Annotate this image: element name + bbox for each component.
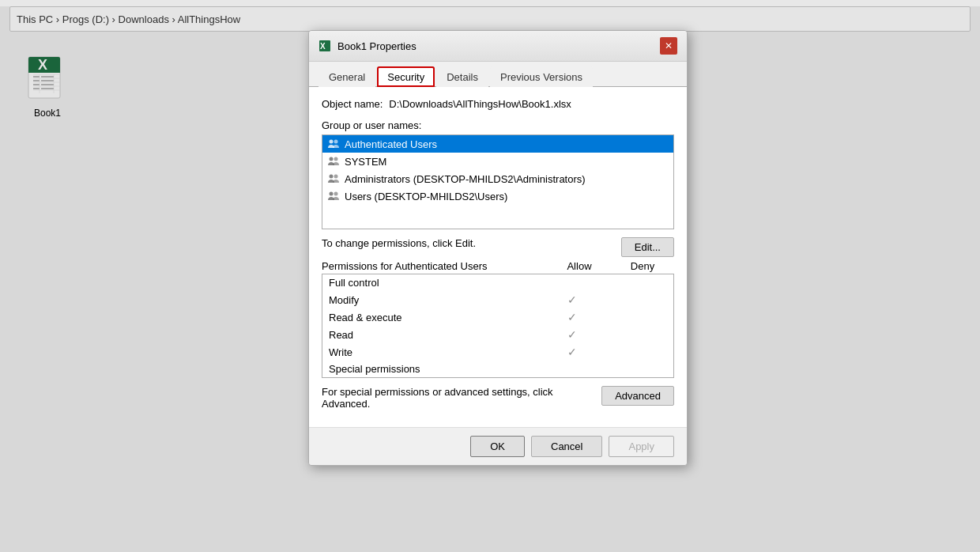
- perm-allow-1: [541, 293, 604, 306]
- object-name-value: D:\Downloads\AllThingsHow\Book1.xlsx: [389, 98, 571, 110]
- properties-dialog: X Book1 Properties ✕ General Security De…: [308, 30, 688, 466]
- perm-row-write: Write: [322, 343, 673, 361]
- object-name-label: Object name:: [322, 98, 383, 110]
- tab-previous-versions[interactable]: Previous Versions: [490, 66, 593, 87]
- svg-point-22: [334, 140, 338, 144]
- user-group-icon-2: [327, 172, 340, 185]
- svg-point-24: [334, 157, 338, 161]
- permissions-deny-header: Deny: [611, 260, 674, 272]
- dialog-tabs: General Security Details Previous Versio…: [309, 62, 687, 87]
- tab-details[interactable]: Details: [436, 66, 488, 87]
- perm-allow-3: [541, 328, 604, 341]
- perm-row-special: Special permissions: [322, 361, 673, 377]
- dialog-title-text: Book1 Properties: [337, 40, 416, 52]
- svg-point-26: [334, 175, 338, 179]
- user-label-2: Administrators (DESKTOP-MHILDS2\Administ…: [345, 173, 586, 185]
- permissions-header: Permissions for Authenticated Users Allo…: [322, 260, 674, 272]
- user-label-0: Authenticated Users: [345, 138, 437, 150]
- permissions-table: Full control Modify Read & execute: [322, 274, 674, 378]
- perm-name-5: Special permissions: [329, 363, 541, 375]
- permissions-for-label: Permissions for Authenticated Users: [322, 260, 548, 272]
- perm-row-modify: Modify: [322, 291, 673, 308]
- user-item-administrators[interactable]: Administrators (DESKTOP-MHILDS2\Administ…: [322, 170, 673, 187]
- perm-name-1: Modify: [329, 294, 541, 306]
- cancel-button[interactable]: Cancel: [531, 436, 602, 457]
- perm-row-read: Read: [322, 326, 673, 343]
- perm-name-4: Write: [329, 346, 541, 358]
- svg-point-25: [330, 175, 334, 179]
- svg-point-28: [334, 192, 338, 196]
- dialog-footer: OK Cancel Apply: [309, 427, 687, 465]
- apply-button[interactable]: Apply: [609, 436, 674, 457]
- user-item-authenticated[interactable]: Authenticated Users: [322, 135, 673, 153]
- perm-name-2: Read & execute: [329, 312, 541, 323]
- user-list: Authenticated Users SYSTEM: [322, 134, 674, 229]
- perm-row-read-execute: Read & execute: [322, 308, 673, 326]
- close-button[interactable]: ✕: [660, 37, 677, 55]
- svg-point-23: [330, 157, 334, 161]
- svg-point-21: [330, 140, 334, 144]
- edit-button[interactable]: Edit...: [621, 237, 674, 257]
- tab-security[interactable]: Security: [377, 66, 435, 87]
- object-name-row: Object name: D:\Downloads\AllThingsHow\B…: [322, 98, 674, 110]
- perm-allow-2: [541, 311, 604, 323]
- user-group-icon-3: [327, 190, 340, 202]
- tab-general[interactable]: General: [318, 66, 375, 87]
- user-list-spacer: [322, 205, 673, 229]
- advanced-button[interactable]: Advanced: [601, 386, 674, 406]
- perm-name-0: Full control: [329, 277, 541, 289]
- dialog-title-icon: X: [318, 40, 331, 52]
- user-group-icon-1: [327, 155, 340, 168]
- ok-button[interactable]: OK: [470, 436, 525, 457]
- dialog-content: Object name: D:\Downloads\AllThingsHow\B…: [309, 87, 687, 427]
- permissions-info-row: To change permissions, click Edit. Edit.…: [322, 237, 674, 257]
- user-item-users[interactable]: Users (DESKTOP-MHILDS2\Users): [322, 187, 673, 205]
- perm-name-3: Read: [329, 329, 541, 341]
- svg-point-27: [330, 192, 334, 196]
- user-label-1: SYSTEM: [345, 156, 386, 168]
- user-label-3: Users (DESKTOP-MHILDS2\Users): [345, 191, 507, 202]
- advanced-section: For special permissions or advanced sett…: [322, 386, 674, 410]
- svg-text:X: X: [320, 42, 326, 51]
- dialog-overlay: X Book1 Properties ✕ General Security De…: [0, 6, 980, 552]
- group-label: Group or user names:: [322, 119, 674, 131]
- explorer-window: This PC › Progs (D:) › Downloads › AllTh…: [0, 6, 980, 552]
- title-left: X Book1 Properties: [318, 40, 416, 52]
- user-item-system[interactable]: SYSTEM: [322, 153, 673, 170]
- perm-row-full-control: Full control: [322, 274, 673, 291]
- perm-allow-4: [541, 346, 604, 358]
- dialog-titlebar: X Book1 Properties ✕: [309, 31, 687, 62]
- advanced-text: For special permissions or advanced sett…: [322, 386, 601, 410]
- change-permissions-text: To change permissions, click Edit.: [322, 237, 621, 249]
- permissions-allow-header: Allow: [548, 260, 611, 272]
- user-group-icon-0: [327, 138, 340, 150]
